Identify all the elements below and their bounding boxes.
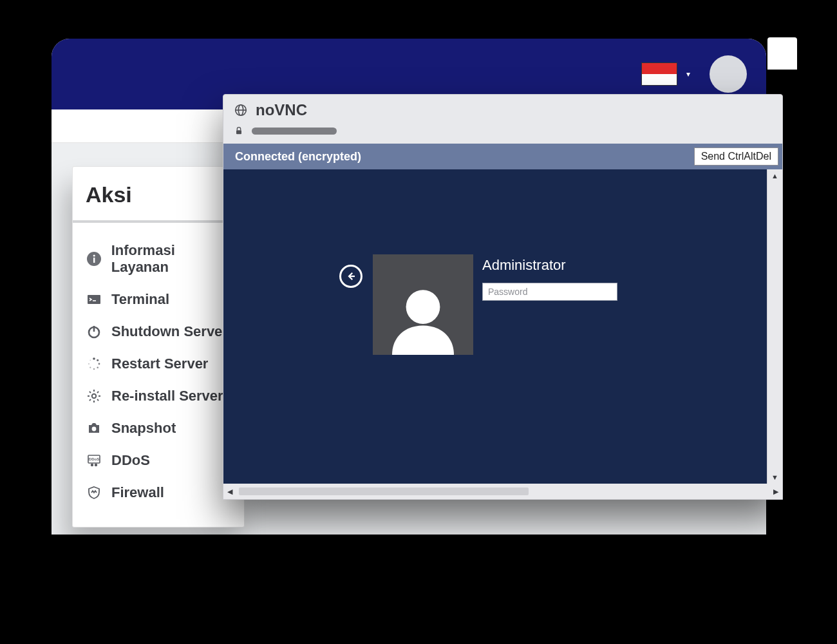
scroll-down-icon[interactable]: ▼ xyxy=(771,471,778,484)
user-icon xyxy=(384,278,462,355)
sidebar-title: Aksi xyxy=(73,167,244,220)
horizontal-scrollbar[interactable]: ◀ ▶ xyxy=(223,484,782,499)
browser-tab-title: noVNC xyxy=(256,101,307,119)
sidebar-list: Informasi Layanan Terminal Shutdown Serv… xyxy=(73,223,244,527)
sidebar-item-label: Re-install Server xyxy=(111,388,223,404)
ddos-icon: DDoS xyxy=(86,452,102,469)
sidebar-item-label: Shutdown Server xyxy=(111,323,228,340)
scroll-thumb[interactable] xyxy=(239,488,529,495)
svg-point-13 xyxy=(88,363,89,365)
svg-point-14 xyxy=(89,359,91,361)
actions-sidebar: Aksi Informasi Layanan Terminal Shutdown xyxy=(72,166,245,527)
connection-status: Connected (encrypted) xyxy=(235,150,361,164)
scroll-right-icon[interactable]: ▶ xyxy=(769,488,782,496)
shield-icon xyxy=(86,484,102,501)
svg-point-10 xyxy=(97,366,99,368)
login-user-avatar xyxy=(373,254,473,355)
back-arrow-button[interactable] xyxy=(339,265,362,288)
sidebar-item-firewall[interactable]: Firewall xyxy=(83,477,238,509)
power-icon xyxy=(86,323,102,340)
camera-icon xyxy=(86,420,102,437)
password-input[interactable] xyxy=(482,283,617,301)
svg-point-12 xyxy=(89,367,91,368)
address-bar[interactable] xyxy=(223,123,782,144)
globe-icon xyxy=(234,103,248,117)
sidebar-item-reinstall[interactable]: Re-install Server xyxy=(83,380,238,412)
send-ctrlaltdel-button[interactable]: Send CtrlAltDel xyxy=(694,147,778,166)
svg-point-11 xyxy=(93,368,95,370)
terminal-icon xyxy=(86,291,102,308)
svg-point-26 xyxy=(406,290,440,324)
svg-rect-3 xyxy=(88,295,100,304)
svg-rect-1 xyxy=(93,258,95,263)
sidebar-item-label: Restart Server xyxy=(111,355,208,372)
svg-point-7 xyxy=(93,357,95,360)
sidebar-item-snapshot[interactable]: Snapshot xyxy=(83,412,238,444)
scroll-left-icon[interactable]: ◀ xyxy=(223,488,236,496)
sidebar-item-terminal[interactable]: Terminal xyxy=(83,283,238,316)
sidebar-item-label: Snapshot xyxy=(111,420,176,437)
locale-dropdown-caret[interactable]: ▾ xyxy=(686,70,690,79)
sidebar-item-label: Terminal xyxy=(111,291,169,308)
sidebar-item-restart[interactable]: Restart Server xyxy=(83,348,238,380)
svg-point-2 xyxy=(93,254,95,256)
svg-text:DDoS: DDoS xyxy=(89,457,99,461)
lock-icon xyxy=(234,126,244,136)
arrow-left-icon xyxy=(345,270,357,282)
svg-point-19 xyxy=(91,464,93,466)
background-tab-notch xyxy=(767,37,797,70)
login-username: Administrator xyxy=(482,257,566,274)
vertical-scrollbar[interactable]: ▲ ▼ xyxy=(767,169,782,484)
spinner-icon xyxy=(86,355,102,372)
svg-point-8 xyxy=(97,359,99,361)
sidebar-item-info[interactable]: Informasi Layanan xyxy=(83,234,238,283)
svg-point-9 xyxy=(99,363,100,365)
user-avatar[interactable] xyxy=(710,55,747,93)
svg-point-16 xyxy=(92,427,97,431)
sidebar-item-label: Firewall xyxy=(111,484,164,501)
url-obscured xyxy=(252,128,337,135)
info-icon xyxy=(86,251,102,267)
browser-tab-row: noVNC xyxy=(223,95,782,123)
locale-flag[interactable] xyxy=(641,62,677,86)
sidebar-item-label: Informasi Layanan xyxy=(111,242,235,276)
sidebar-item-shutdown[interactable]: Shutdown Server xyxy=(83,316,238,348)
scroll-up-icon[interactable]: ▲ xyxy=(771,169,778,182)
svg-point-20 xyxy=(95,464,97,466)
vnc-status-bar: Connected (encrypted) Send CtrlAltDel xyxy=(223,144,782,169)
remote-desktop-canvas[interactable]: Administrator xyxy=(223,169,767,484)
gear-icon xyxy=(86,388,102,404)
sidebar-item-label: DDoS xyxy=(111,452,150,469)
svg-rect-24 xyxy=(236,130,241,134)
sidebar-item-ddos[interactable]: DDoS DDoS xyxy=(83,444,238,477)
svg-point-15 xyxy=(92,394,96,398)
novnc-window: noVNC Connected (encrypted) Send CtrlAlt… xyxy=(223,94,783,500)
